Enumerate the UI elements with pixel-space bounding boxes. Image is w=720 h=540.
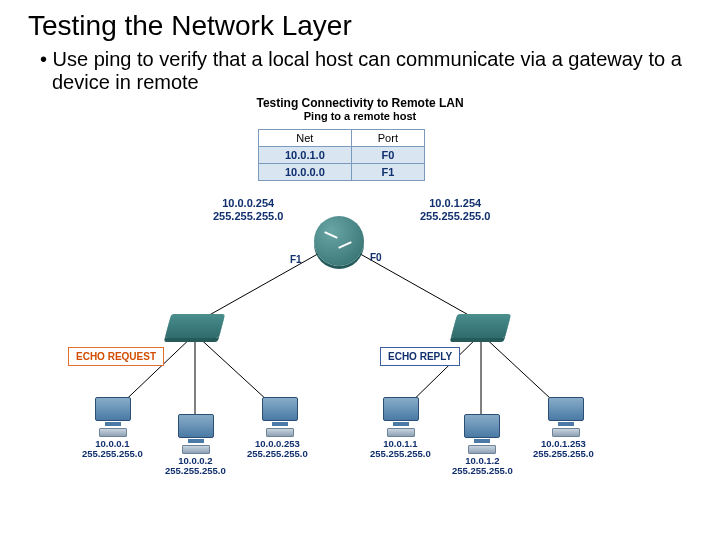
- diagram-title: Testing Connectivity to Remote LAN: [0, 96, 720, 110]
- routing-table: NetPort 10.0.1.0F0 10.0.0.0F1: [258, 129, 425, 181]
- switch-left-icon: [165, 314, 225, 338]
- host-6-label: 10.0.1.253255.255.255.0: [533, 439, 594, 460]
- rt-0-net: 10.0.1.0: [259, 147, 352, 164]
- host-3-icon: [262, 397, 298, 437]
- echo-request-badge: ECHO REQUEST: [68, 347, 164, 366]
- page-title: Testing the Network Layer: [0, 0, 720, 42]
- host-5-icon: [464, 414, 500, 454]
- host-6-icon: [548, 397, 584, 437]
- host-3-label: 10.0.0.253255.255.255.0: [247, 439, 308, 460]
- host-1-icon: [95, 397, 131, 437]
- host-2-label: 10.0.0.2255.255.255.0: [165, 456, 226, 477]
- router-port-left: F1: [290, 254, 302, 265]
- echo-reply-badge: ECHO REPLY: [380, 347, 460, 366]
- col-net: Net: [259, 130, 352, 147]
- rt-1-net: 10.0.0.0: [259, 164, 352, 181]
- host-1-label: 10.0.0.1255.255.255.0: [82, 439, 143, 460]
- switch-right-icon: [451, 314, 511, 338]
- host-2-icon: [178, 414, 214, 454]
- rt-0-port: F0: [351, 147, 424, 164]
- host-4-icon: [383, 397, 419, 437]
- network-diagram: Testing Connectivity to Remote LAN Ping …: [0, 94, 720, 534]
- iface-left-mask: 255.255.255.0: [213, 210, 283, 223]
- host-4-label: 10.0.1.1255.255.255.0: [370, 439, 431, 460]
- host-5-label: 10.0.1.2255.255.255.0: [452, 456, 513, 477]
- iface-right-mask: 255.255.255.0: [420, 210, 490, 223]
- iface-right-ip: 10.0.1.254: [420, 197, 490, 210]
- router-port-right: F0: [370, 252, 382, 263]
- rt-1-port: F1: [351, 164, 424, 181]
- router-iface-right: 10.0.1.254 255.255.255.0: [420, 197, 490, 222]
- router-icon: [314, 216, 364, 266]
- diagram-subtitle: Ping to a remote host: [0, 110, 720, 122]
- col-port: Port: [351, 130, 424, 147]
- bullet-text: • Use ping to verify that a local host c…: [0, 42, 720, 94]
- router-iface-left: 10.0.0.254 255.255.255.0: [213, 197, 283, 222]
- iface-left-ip: 10.0.0.254: [213, 197, 283, 210]
